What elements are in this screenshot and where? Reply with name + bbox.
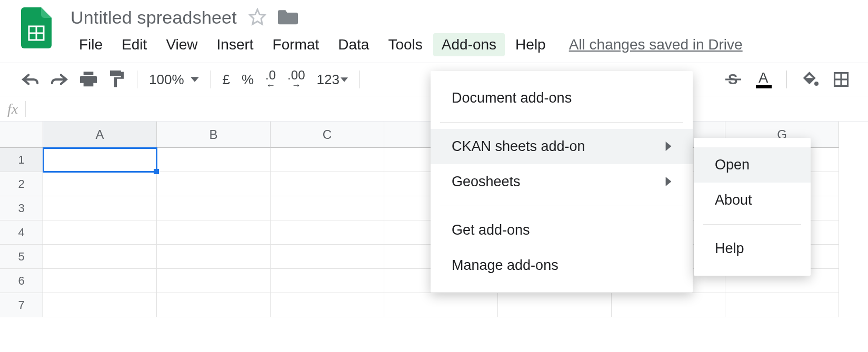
print-icon[interactable] [80,72,97,87]
submenu-item[interactable]: About [694,183,811,218]
number-format-select[interactable]: 123 [316,72,347,88]
cell-A6[interactable] [43,269,157,293]
cell-B4[interactable] [157,220,271,245]
folder-icon[interactable] [278,8,298,28]
cell-C2[interactable] [271,172,384,196]
menu-help[interactable]: Help [507,33,554,56]
star-icon[interactable] [248,8,266,28]
addons-submenu: OpenAboutHelp [694,138,811,276]
menu-view[interactable]: View [157,33,206,56]
cell-A5[interactable] [43,245,157,269]
percent-button[interactable]: % [242,72,254,88]
redo-icon[interactable] [51,73,68,86]
addons-item-label: Get add-ons [452,222,530,238]
decrease-decimal-label: .0 [265,69,276,81]
submenu-item[interactable]: Help [694,231,811,266]
arrow-left-icon: ← [266,81,275,89]
paint-format-icon[interactable] [108,71,125,88]
menu-data[interactable]: Data [330,33,377,56]
menu-bar: File Edit View Insert Format Data Tools … [71,33,743,56]
cell-E7[interactable] [498,293,612,317]
cell-G7[interactable] [725,293,839,317]
addons-item[interactable]: Geosheets [431,164,693,199]
dropdown-separator [703,224,801,225]
submenu-item-label: About [715,192,752,208]
cell-D7[interactable] [384,293,498,317]
submenu-item-label: Open [715,157,750,173]
cell-B6[interactable] [157,269,271,293]
cell-B3[interactable] [157,196,271,220]
menu-file[interactable]: File [71,33,111,56]
select-all-corner[interactable] [0,122,43,148]
row-header-3[interactable]: 3 [0,196,43,220]
column-header-a[interactable]: A [43,122,157,148]
row-header-6[interactable]: 6 [0,269,43,293]
save-status[interactable]: All changes saved in Drive [569,36,743,53]
strikethrough-icon[interactable]: S [725,72,741,87]
cell-A1[interactable] [43,148,157,172]
borders-icon[interactable] [833,72,849,87]
fx-label: fx [7,100,18,117]
addons-item-label: CKAN sheets add-on [452,138,585,155]
increase-decimal-button[interactable]: .00 → [287,69,305,89]
cell-C3[interactable] [271,196,384,220]
addons-dropdown: Document add-onsCKAN sheets add-onGeoshe… [431,71,693,293]
sheets-logo [21,7,52,48]
toolbar-separator [137,71,137,88]
text-color-button[interactable]: A [756,71,772,88]
row-header-1[interactable]: 1 [0,148,43,172]
cell-A2[interactable] [43,172,157,196]
column-header-b[interactable]: B [157,122,271,148]
row-header-4[interactable]: 4 [0,220,43,245]
submenu-item[interactable]: Open [694,147,811,183]
addons-item-label: Document add-ons [452,90,572,106]
cell-B1[interactable] [157,148,271,172]
cell-C6[interactable] [271,269,384,293]
toolbar-separator [786,71,787,88]
svg-marker-3 [250,9,265,24]
chevron-down-icon [191,77,199,82]
cell-A7[interactable] [43,293,157,317]
menu-format[interactable]: Format [264,33,328,56]
currency-button[interactable]: £ [223,72,230,88]
chevron-down-icon [341,77,348,82]
addons-item-label: Geosheets [452,174,521,190]
addons-item[interactable]: Document add-ons [431,81,693,116]
row-header-5[interactable]: 5 [0,245,43,269]
addons-item[interactable]: CKAN sheets add-on [431,129,693,164]
document-title[interactable]: Untitled spreadsheet [71,7,237,28]
cell-C5[interactable] [271,245,384,269]
formula-bar-separator [25,101,26,117]
zoom-select[interactable]: 100% [149,72,199,88]
addons-item-label: Manage add-ons [452,257,558,274]
text-color-swatch [756,85,772,88]
decrease-decimal-button[interactable]: .0 ← [265,69,276,89]
cell-B2[interactable] [157,172,271,196]
cell-F7[interactable] [612,293,725,317]
submenu-arrow-icon [665,138,672,155]
row-header-7[interactable]: 7 [0,293,43,317]
column-header-c[interactable]: C [271,122,384,148]
dropdown-separator [440,122,683,123]
row-header-2[interactable]: 2 [0,172,43,196]
toolbar-separator [360,71,360,88]
cell-A3[interactable] [43,196,157,220]
menu-tools[interactable]: Tools [380,33,431,56]
cell-B5[interactable] [157,245,271,269]
undo-icon[interactable] [21,73,39,86]
cell-C7[interactable] [271,293,384,317]
menu-addons[interactable]: Add-ons [433,33,505,56]
cell-C1[interactable] [271,148,384,172]
cell-C4[interactable] [271,220,384,245]
svg-text:A: A [759,71,769,84]
cell-A4[interactable] [43,220,157,245]
dropdown-separator [440,206,683,206]
menu-edit[interactable]: Edit [113,33,155,56]
fill-color-icon[interactable] [802,72,819,87]
addons-item[interactable]: Get add-ons [431,213,693,248]
menu-insert[interactable]: Insert [208,33,262,56]
svg-point-7 [814,82,819,86]
submenu-item-label: Help [715,240,744,257]
addons-item[interactable]: Manage add-ons [431,248,693,283]
cell-B7[interactable] [157,293,271,317]
